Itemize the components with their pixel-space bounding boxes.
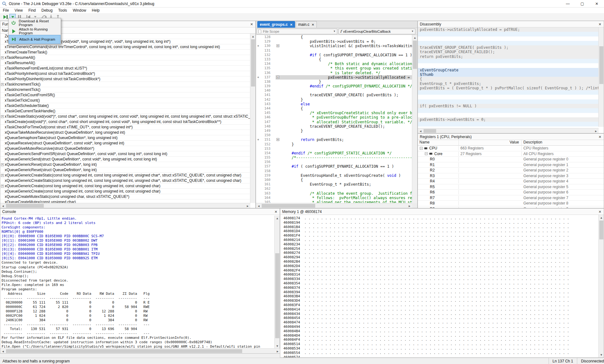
code-line-137[interactable]: ●137 + pxEventBits->ucStaticallyAllocate… bbox=[256, 75, 412, 80]
code-line-129[interactable]: 129 pxEventBits->uxEventBits = 0; bbox=[256, 39, 412, 44]
disassembly-horizontal-scrollbar[interactable]: ◄ ► bbox=[418, 128, 599, 133]
disassembly-instruction[interactable]: 0820292ESTRB R3, [R4, #28] bbox=[418, 41, 599, 45]
function-list-item[interactable]: xQueueGenericSend(struct QueueDefinition… bbox=[0, 157, 250, 162]
function-list-item[interactable]: xTaskGetCurrentTaskHandle() bbox=[0, 109, 250, 114]
function-list-item[interactable]: xQueueSemaphoreTake(struct QueueDefiniti… bbox=[0, 135, 250, 141]
register-row-r3[interactable]: R3 General purpose register 3 bbox=[418, 173, 604, 179]
file-scope-dropdown[interactable]: File Scope ▼ bbox=[257, 29, 337, 34]
maximize-button[interactable]: ▢ bbox=[575, 0, 590, 8]
function-list-item[interactable]: +xTaskCreateStatic(void(void*)*, const c… bbox=[0, 114, 250, 119]
code-line-152[interactable]: 152 } bbox=[256, 142, 412, 147]
code-line-163[interactable]: 163 /* Allocate the event group. Justifi… bbox=[256, 191, 412, 196]
function-list-item[interactable]: xQueueCreateMutex(const unsigned char) bbox=[0, 199, 250, 203]
register-row-r9[interactable]: R9 General purpose register 9 bbox=[418, 206, 604, 208]
minimize-button[interactable]: — bbox=[561, 0, 575, 8]
function-list-item[interactable]: xTaskIncrementTick() bbox=[0, 87, 250, 92]
function-list-item[interactable]: +xQueueGenericCreate(const long unsigned… bbox=[0, 183, 250, 189]
menu-find[interactable]: Find bbox=[26, 8, 38, 13]
column-header-value[interactable]: Value bbox=[459, 140, 522, 145]
fold-icon[interactable]: + bbox=[276, 44, 279, 47]
disassembly-instruction[interactable]: 08202934PUSH {R3-R5, LR} bbox=[418, 90, 599, 95]
function-list-item[interactable]: xTaskGetTickCount() bbox=[0, 98, 250, 103]
code-line-156[interactable]: 156 bbox=[256, 160, 412, 164]
disassembly-instruction[interactable]: 0820292AMOVS R3, #1 bbox=[418, 32, 599, 36]
editor-vertical-scrollbar[interactable]: ▲ bbox=[412, 35, 417, 203]
disassembly-source-line[interactable]: pxEventBits->ucStaticallyAllocated = pdT… bbox=[418, 27, 599, 32]
code-line-139[interactable]: 139 #endif /* configSUPPORT_DYNAMIC_ALLO… bbox=[256, 84, 412, 88]
function-list-item[interactable]: +xTaskResumeAll() bbox=[0, 55, 250, 60]
function-list-item[interactable]: xQueueGenericSendFromISR(struct QueueDef… bbox=[0, 151, 250, 157]
code-line-160[interactable]: 160 { bbox=[256, 178, 412, 182]
function-list-item[interactable]: xQueueTakeMutexRecursive(struct QueueDef… bbox=[0, 130, 250, 135]
disassembly-source-line[interactable]: pxEventBits->uxEventBits = 0; bbox=[418, 117, 599, 122]
function-list-item[interactable]: xTaskCreate(void(void*)*, const char*, c… bbox=[0, 119, 250, 125]
menu-file[interactable]: File bbox=[0, 8, 12, 13]
disassembly-label[interactable]: $Thumb bbox=[418, 72, 599, 77]
function-list-item[interactable]: xQueueGenericCreate(const long unsigned … bbox=[0, 189, 250, 194]
disassembly-vertical-scrollbar[interactable] bbox=[598, 27, 604, 127]
expand-icon[interactable]: + bbox=[1, 83, 4, 86]
tab-event_groups-c[interactable]: event_groups.c✕ bbox=[257, 21, 295, 28]
code-line-128[interactable]: 128 { bbox=[256, 35, 412, 39]
code-area[interactable]: 128 { 129 pxEventBits->uxEventBits = 0; … bbox=[256, 35, 412, 203]
editor-horizontal-scrollbar[interactable]: ◄ ► bbox=[256, 203, 412, 208]
close-icon[interactable]: ✕ bbox=[597, 134, 602, 139]
function-list-item[interactable]: xTaskGetSchedulerState() bbox=[0, 103, 250, 109]
disassembly-instruction[interactable]: 08202932POP {R4, PC} bbox=[418, 63, 599, 68]
function-list-item[interactable]: xTaskRemoveFromEventList(const struct xL… bbox=[0, 66, 250, 71]
menu-debug[interactable]: Debug bbox=[38, 8, 55, 13]
close-button[interactable]: ✕ bbox=[590, 0, 604, 8]
disassembly-instruction[interactable]: 08202938BL pvPortMalloc ; 0x0820489C bbox=[418, 99, 599, 104]
menu-window[interactable]: Window bbox=[70, 8, 89, 13]
expand-icon[interactable]: + bbox=[1, 56, 4, 59]
code-line-164[interactable]: 164 * follows: pvPortMalloc() always ens… bbox=[256, 196, 412, 200]
code-line-153[interactable]: 153 bbox=[256, 147, 412, 151]
function-list-item[interactable]: xTaskPriorityInherit(const struct tskTas… bbox=[0, 71, 250, 76]
code-line-130[interactable]: ●130 + vListInitialise( &( pxEventBits->… bbox=[256, 44, 412, 48]
function-list-item[interactable]: xQueueGenericCreateStatic(const long uns… bbox=[0, 178, 250, 183]
column-header-name[interactable]: Name bbox=[418, 140, 459, 145]
function-list-item[interactable]: xQueueCreateMutexStatic(const unsigned c… bbox=[0, 194, 250, 199]
expand-icon[interactable]: + bbox=[1, 185, 4, 188]
function-list-item[interactable]: xTimerGenericCommand(struct tmrTimerCont… bbox=[0, 44, 250, 50]
close-icon[interactable]: ✕ bbox=[290, 23, 293, 26]
function-list-item[interactable]: +xQueueGenericReset(struct QueueDefiniti… bbox=[0, 162, 250, 167]
register-row-r0[interactable]: R0 General purpose register 0 bbox=[418, 157, 604, 162]
disassembly-instruction[interactable]: 0820292CMOV R0, R4 bbox=[418, 36, 599, 41]
code-line-158[interactable]: 158 bbox=[256, 169, 412, 173]
menu-item-attach-to-running-program[interactable]: Attach to Running Program bbox=[9, 27, 60, 35]
register-row-r1[interactable]: R1 General purpose register 1 bbox=[418, 162, 604, 168]
register-row-r6[interactable]: R6 General purpose register 6 bbox=[418, 190, 604, 195]
collapse-icon[interactable]: − bbox=[425, 152, 428, 155]
register-row-r4[interactable]: R4 General purpose register 4 bbox=[418, 179, 604, 184]
function-list-item[interactable]: xTaskPriorityDisinherit(const struct tsk… bbox=[0, 76, 250, 82]
tab-main-c[interactable]: main.c✕ bbox=[296, 21, 317, 28]
code-line-133[interactable]: 133 { bbox=[256, 57, 412, 62]
code-line-154[interactable]: 154 #endif /* configSUPPORT_STATIC_ALLOC… bbox=[256, 151, 412, 155]
attach-halt-button[interactable] bbox=[3, 14, 9, 20]
code-line-138[interactable]: 138 } bbox=[256, 80, 412, 84]
fold-icon[interactable]: + bbox=[276, 138, 279, 141]
menu-help[interactable]: Help bbox=[89, 8, 103, 13]
disassembly-instruction[interactable]: 0820293CMOV R4, R0 bbox=[418, 108, 599, 113]
register-row-r5[interactable]: R5 General purpose register 5 bbox=[418, 184, 604, 190]
code-line-162[interactable]: 162 bbox=[256, 187, 412, 191]
code-line-135[interactable]: 135 * this event group was created stati… bbox=[256, 66, 412, 70]
function-selector-dropdown[interactable]: f vEventGroupClearBitsCallback ▼ bbox=[339, 29, 415, 34]
disassembly-source-line[interactable]: pxEventBits = ( EventGroup_t * ) pvPortM… bbox=[418, 86, 599, 90]
function-list-item[interactable]: xTaskGetTickCountFromISR() bbox=[0, 92, 250, 98]
function-list-item[interactable]: +xQueueGenericCreateStatic(const long un… bbox=[0, 173, 250, 178]
code-line-140[interactable]: 140 bbox=[256, 88, 412, 93]
function-list-item[interactable]: xQueueReceive(struct QueueDefinition*, c… bbox=[0, 141, 250, 146]
code-line-149[interactable]: 149 } bbox=[256, 129, 412, 133]
code-line-157[interactable]: 157 #if ( configSUPPORT_DYNAMIC_ALLOCATI… bbox=[256, 164, 412, 169]
code-line-145[interactable]: 145 /* xEventGroupCreateStatic should on… bbox=[256, 111, 412, 115]
code-line-132[interactable]: 132 #if ( configSUPPORT_DYNAMIC_ALLOCATI… bbox=[256, 53, 412, 57]
function-list-item[interactable]: +xTaskIncrementTick() bbox=[0, 82, 250, 87]
function-list-item[interactable]: xTaskCheckForTimeOut(const struct xTIME_… bbox=[0, 125, 250, 130]
console-horizontal-scrollbar[interactable]: ◄ ► bbox=[0, 348, 280, 353]
code-line-159[interactable]: 159 EventGroupHandle_t xEventGroupCreate… bbox=[256, 173, 412, 178]
disassembly-source-line[interactable]: { bbox=[418, 77, 599, 81]
code-line-134[interactable]: 134 /* Both static and dynamic allocatio… bbox=[256, 62, 412, 66]
register-row-r2[interactable]: R2 General purpose register 2 bbox=[418, 168, 604, 173]
